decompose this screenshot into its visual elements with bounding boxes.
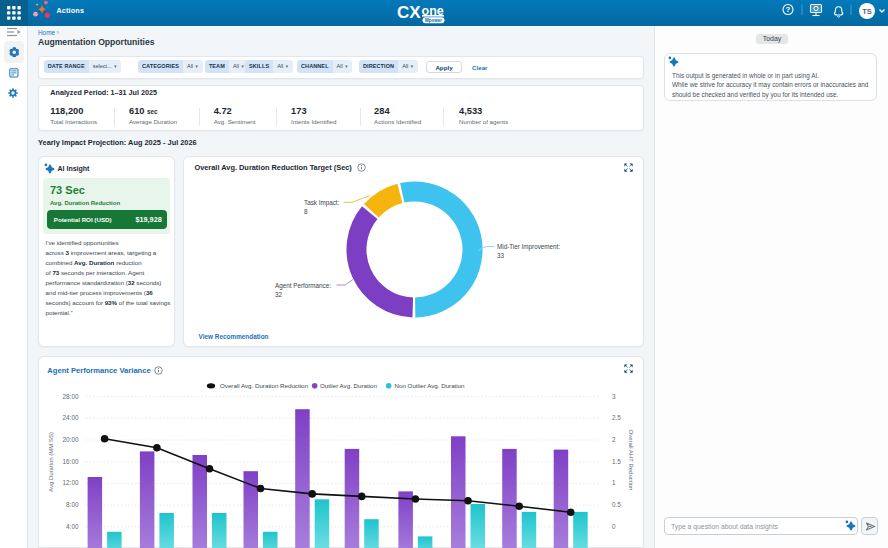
svg-text:16:00: 16:00: [63, 458, 79, 465]
svg-text:8:00: 8:00: [66, 501, 79, 508]
svg-text:1.5: 1.5: [612, 458, 621, 465]
svg-text:Mpower: Mpower: [425, 18, 442, 23]
svg-text:Avg Duration (MM:SS): Avg Duration (MM:SS): [48, 432, 54, 492]
svg-text:4:00: 4:00: [66, 523, 79, 530]
svg-text:20:00: 20:00: [63, 436, 79, 443]
svg-text:?: ?: [786, 5, 791, 14]
svg-text:0.5: 0.5: [612, 501, 621, 508]
svg-text:12:00: 12:00: [63, 479, 79, 486]
svg-text:Non Outlier Avg. Duration: Non Outlier Avg. Duration: [395, 382, 466, 389]
svg-text:CX: CX: [397, 3, 421, 22]
svg-text:24:00: 24:00: [63, 414, 79, 421]
svg-text:Outlier Avg. Duration: Outlier Avg. Duration: [320, 382, 378, 389]
svg-text:2.5: 2.5: [612, 414, 621, 421]
svg-text:TS: TS: [862, 7, 872, 16]
svg-text:Overall AHT Reduction: Overall AHT Reduction: [628, 430, 634, 491]
svg-text:0: 0: [612, 523, 616, 530]
svg-text:3: 3: [612, 393, 616, 400]
svg-text:2: 2: [612, 436, 616, 443]
svg-text:Overall Avg. Duration Reductio: Overall Avg. Duration Reduction: [220, 382, 308, 389]
svg-text:28:00: 28:00: [63, 393, 79, 400]
svg-text:1: 1: [612, 479, 616, 486]
